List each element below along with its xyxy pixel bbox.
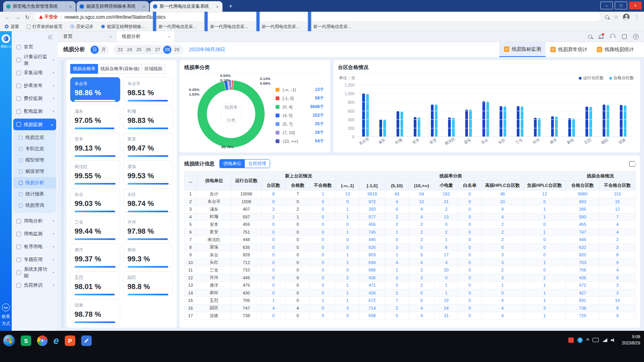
user-avatar[interactable] (610, 34, 616, 40)
table-cell[interactable]: 4 (481, 297, 523, 305)
period-day-option[interactable]: 日 (91, 46, 99, 54)
workspace-tab[interactable]: 首页× (58, 31, 116, 42)
browser-tab[interactable]: 能源互联网营销服务系统× (76, 1, 149, 12)
table-cell[interactable]: 0 (458, 213, 481, 221)
bar-group[interactable]: 溱东 (374, 85, 391, 137)
table-cell[interactable]: 0 (523, 243, 566, 251)
table-cell[interactable]: 729 (566, 312, 600, 320)
table-cell[interactable]: 0 (310, 251, 336, 259)
sidebar-subitem[interactable]: 统计报表 (13, 188, 56, 200)
table-cell[interactable]: 0 (261, 266, 285, 274)
tab-close-icon[interactable]: × (215, 4, 219, 9)
region-card[interactable]: 许河97.98 % (123, 216, 173, 240)
region-card[interactable]: 时堰98.83 % (123, 105, 173, 130)
sidebar-item[interactable]: 有序用电▾ (12, 240, 58, 253)
region-card[interactable]: 东台市98.86 % (70, 77, 120, 102)
bookmark-item[interactable]: 打开新的标签页 (27, 24, 62, 30)
table-cell[interactable]: 1 (336, 259, 359, 266)
table-cell[interactable]: 3 (481, 274, 523, 282)
table-cell[interactable]: 1 (336, 289, 359, 297)
browser-menu-icon[interactable]: ⋮ (634, 14, 639, 20)
table-cell[interactable]: 0 (261, 259, 285, 266)
table-cell[interactable]: 0 (458, 297, 481, 305)
ime-red-icon[interactable] (568, 337, 574, 343)
table-cell[interactable]: 0 (523, 236, 566, 244)
table-cell[interactable]: 19 (434, 297, 458, 305)
table-cell[interactable]: 3 (409, 274, 434, 282)
day-option[interactable]: 28 (163, 46, 171, 54)
legend-count[interactable]: 58个 (306, 95, 324, 101)
table-cell[interactable]: 626 (359, 243, 385, 251)
table-cell[interactable]: 43 (385, 190, 409, 198)
table-cell[interactable]: 0 (261, 221, 285, 229)
table-cell[interactable]: 698 (359, 312, 385, 320)
table-cell[interactable]: 0 (458, 282, 481, 289)
table-cell[interactable]: 0 (261, 236, 285, 244)
bar-group[interactable]: 南沈灶 (443, 85, 460, 137)
table-cell[interactable]: 632 (566, 243, 600, 251)
table-cell[interactable]: 4 (481, 304, 523, 312)
table-cell[interactable]: 803 (359, 251, 385, 259)
browser-tab[interactable]: 新型电力负荷管理系统× (3, 1, 76, 12)
sidebar-item[interactable]: 配电监测▾ (12, 105, 58, 118)
table-cell[interactable]: 1 (336, 213, 359, 221)
table-toggle-option[interactable]: 台区经理 (245, 160, 270, 168)
bookmark-item[interactable]: 设置 (5, 24, 19, 30)
table-cell[interactable]: 0 (458, 190, 481, 198)
table-cell[interactable]: 1 (481, 282, 523, 289)
close-button[interactable]: × (629, 2, 642, 9)
region-card[interactable]: 梁垛99.53 % (123, 160, 173, 185)
table-cell[interactable]: 0 (385, 282, 409, 289)
table-cell[interactable]: 3 (385, 243, 409, 251)
fullscreen-icon[interactable] (622, 34, 627, 39)
day-option[interactable]: 24 (125, 46, 134, 54)
table-cell[interactable]: 445 (359, 236, 385, 244)
reload-icon[interactable]: ↻ (25, 14, 30, 20)
table-cell[interactable]: 820 (566, 251, 600, 259)
table-cell[interactable]: 4 (481, 213, 523, 221)
table-cell[interactable]: 115 (600, 190, 635, 198)
table-cell[interactable]: 0 (336, 266, 359, 274)
bar-group[interactable]: 时堰 (391, 85, 408, 137)
table-cell[interactable]: 0 (458, 206, 481, 213)
table-cell[interactable]: 1 (385, 251, 409, 259)
bar-group[interactable]: 许河 (528, 85, 546, 137)
day-option[interactable]: 26 (144, 46, 153, 54)
table-cell[interactable]: 1 (261, 297, 285, 305)
table-cell[interactable]: 0 (458, 289, 481, 297)
table-cell[interactable]: 2 (409, 228, 434, 236)
legend-count[interactable]: 152个 (306, 112, 324, 118)
region-card[interactable]: 头灶98.74 % (123, 188, 173, 213)
sidebar-item[interactable]: 系统支撑功能▾ (12, 266, 58, 279)
minimize-button[interactable]: – (600, 2, 613, 9)
table-cell[interactable]: 2 (409, 266, 434, 274)
day-option[interactable]: 27 (153, 46, 162, 54)
table-cell[interactable]: 13 (434, 213, 458, 221)
region-card[interactable]: 安丰99.13 % (70, 133, 120, 157)
table-cell[interactable]: 1 (434, 236, 458, 244)
sidebar-subitem[interactable]: 线损总览 (13, 132, 56, 143)
table-cell[interactable]: 0 (458, 228, 481, 236)
table-cell[interactable]: 427 (566, 289, 600, 297)
sidebar-item[interactable]: 负荷辨识▾ (12, 279, 58, 292)
table-cell[interactable]: 672 (359, 297, 385, 305)
table-cell[interactable]: 0 (310, 228, 336, 236)
sidebar-item[interactable]: 用电分析▾ (12, 215, 58, 227)
bookmark-star-icon[interactable]: ☆ (614, 14, 618, 20)
back-icon[interactable]: ← (5, 14, 10, 20)
stat-tab[interactable]: 线损指标监测 (499, 42, 546, 57)
table-cell[interactable]: 20 (434, 266, 458, 274)
table-cell[interactable]: 706 (566, 266, 600, 274)
table-cell[interactable]: 577 (359, 213, 385, 221)
period-month-option[interactable]: 月 (99, 47, 108, 53)
bar-group[interactable]: 园区 (597, 85, 614, 137)
table-cell[interactable]: 691 (566, 297, 600, 305)
region-card[interactable]: 东台99.03 % (70, 188, 120, 213)
table-cell[interactable]: 2 (481, 221, 523, 229)
table-cell[interactable]: 0 (409, 243, 434, 251)
table-cell[interactable]: 1 (523, 312, 566, 320)
table-cell[interactable]: 472 (566, 282, 600, 289)
table-cell[interactable]: 0 (458, 312, 481, 320)
table-cell[interactable]: 699 (359, 259, 385, 266)
table-cell[interactable]: 10 (481, 198, 523, 206)
